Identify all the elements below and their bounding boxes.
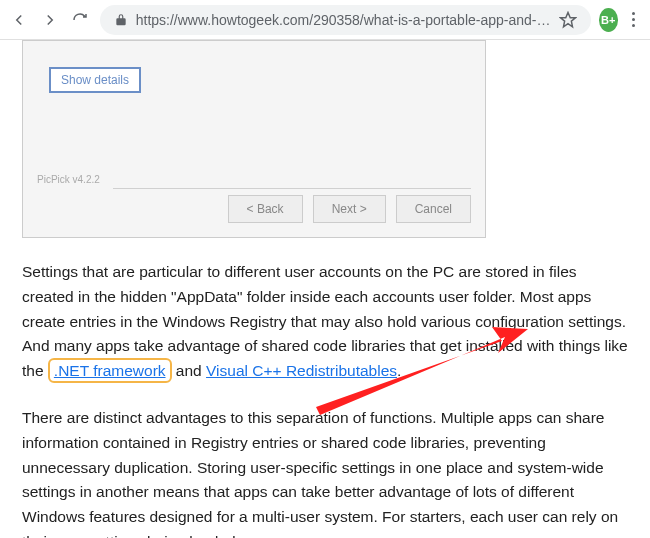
installer-next-button: Next > [313, 195, 386, 223]
browser-menu-button[interactable] [626, 12, 642, 27]
article-paragraph-1: Settings that are particular to differen… [22, 260, 628, 384]
forward-button[interactable] [39, 6, 62, 34]
extension-badge[interactable]: B+ [599, 8, 618, 32]
divider [113, 188, 471, 189]
lock-icon [114, 13, 128, 27]
paragraph-text: and [172, 362, 206, 379]
net-framework-link[interactable]: .NET framework [54, 362, 166, 379]
reload-button[interactable] [69, 6, 92, 34]
installer-version-label: PicPick v4.2.2 [37, 174, 100, 185]
highlighted-link-wrapper: .NET framework [48, 358, 172, 383]
installer-back-button: < Back [228, 195, 303, 223]
back-button[interactable] [8, 6, 31, 34]
show-details-button: Show details [49, 67, 141, 93]
vc-redist-link[interactable]: Visual C++ Redistributables [206, 362, 397, 379]
installer-cancel-button: Cancel [396, 195, 471, 223]
address-bar[interactable]: https://www.howtogeek.com/290358/what-is… [100, 5, 591, 35]
article-paragraph-2: There are distinct advantages to this se… [22, 406, 628, 538]
installer-screenshot: Show details PicPick v4.2.2 < Back Next … [22, 40, 486, 238]
paragraph-text: . [397, 362, 401, 379]
url-text: https://www.howtogeek.com/290358/what-is… [136, 12, 551, 28]
bookmark-star-icon[interactable] [559, 11, 577, 29]
